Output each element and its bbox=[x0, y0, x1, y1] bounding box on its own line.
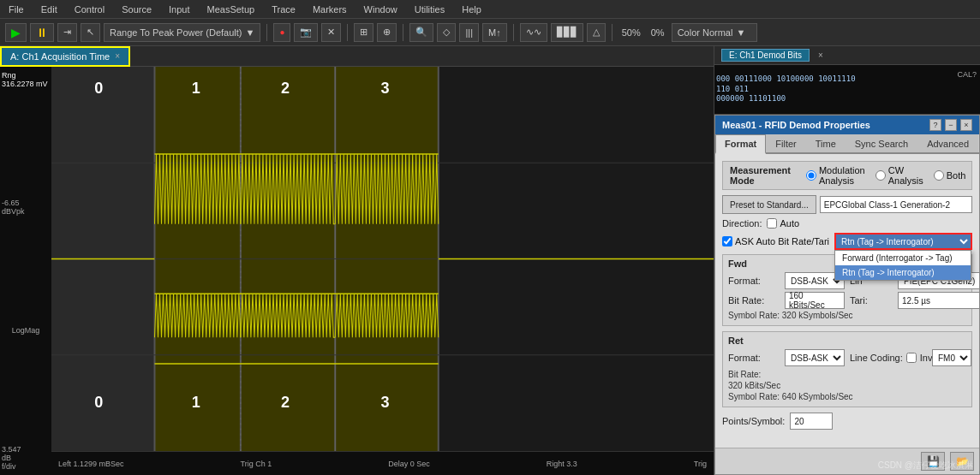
toolbar-separator-4 bbox=[513, 24, 514, 41]
right-tab-label: E: Ch1 Demod Bits bbox=[729, 50, 802, 60]
ask-direction-dropdown[interactable]: Forward (Interrogator -> Tag) Rtn (Tag -… bbox=[834, 233, 972, 250]
dialog-title: Meas01 - RFID Demod Properties bbox=[722, 120, 870, 130]
cw-analysis-option[interactable]: CW Analysis bbox=[875, 165, 923, 186]
tab-filter[interactable]: Filter bbox=[766, 134, 805, 152]
bit-display-area: 000 00111000 10100000 10011110 110 011 0… bbox=[714, 65, 980, 114]
tab-time[interactable]: Time bbox=[806, 134, 846, 152]
bit-display: 000 00111000 10100000 10011110 110 011 0… bbox=[716, 74, 856, 104]
y-axis-top-value: Rng 316.2278 mV bbox=[2, 71, 50, 88]
rtn-list-item[interactable]: Rtn (Tag -> Interrogator) bbox=[835, 265, 971, 280]
menu-item-edit[interactable]: Edit bbox=[38, 4, 61, 15]
points-label: Points/Symbol: bbox=[722, 416, 785, 426]
both-option[interactable]: Both bbox=[934, 170, 966, 181]
pause-icon: ⏸ bbox=[36, 26, 48, 39]
ret-bitrate-value: 320 kBits/Sec bbox=[728, 381, 780, 390]
waveform-panel: A: Ch1 Acquisition Time × Rng 316.2278 m… bbox=[0, 46, 714, 475]
dialog-help-button[interactable]: ? bbox=[929, 119, 941, 131]
menu-item-source[interactable]: Source bbox=[118, 4, 155, 15]
diamond-button[interactable]: ◇ bbox=[437, 23, 456, 42]
forward-list-item[interactable]: Forward (Interrogator -> Tag) bbox=[835, 251, 971, 265]
triangle-button[interactable]: △ bbox=[587, 23, 606, 42]
svg-text:0: 0 bbox=[94, 79, 103, 96]
marker-button[interactable]: M↑ bbox=[482, 23, 507, 42]
grid-button[interactable]: ⊞ bbox=[354, 23, 373, 42]
ask-checkbox-label[interactable]: ASK Auto Bit Rate/Tari bbox=[722, 236, 829, 246]
measurement-mode-label: Measurement Mode bbox=[730, 165, 791, 186]
camera-button[interactable]: 📷 bbox=[294, 23, 318, 42]
menu-item-control[interactable]: Control bbox=[71, 4, 108, 15]
modulation-analysis-radio[interactable] bbox=[806, 170, 816, 181]
right-panel: E: Ch1 Demod Bits × 000 00111000 1010000… bbox=[714, 46, 980, 475]
tab-sync-search[interactable]: Sync Search bbox=[846, 134, 917, 152]
play-button[interactable]: ▶ bbox=[5, 23, 27, 42]
ret-linecoding-select[interactable]: FM0 bbox=[932, 349, 971, 366]
cal-label: CAL? bbox=[957, 70, 977, 79]
dialog-minimize-button[interactable]: − bbox=[945, 119, 957, 131]
bit-line-2: 110 011 bbox=[716, 85, 856, 95]
auto-checkbox-label[interactable]: Auto bbox=[767, 218, 799, 229]
menu-item-markers[interactable]: Markers bbox=[309, 4, 350, 15]
fwd-bitrate-value: 160 kBits/Sec bbox=[785, 292, 845, 309]
ret-format-select[interactable]: DSB-ASK bbox=[785, 349, 845, 366]
points-input[interactable] bbox=[790, 413, 833, 430]
svg-text:3: 3 bbox=[380, 79, 389, 96]
menu-item-window[interactable]: Window bbox=[361, 4, 401, 15]
wave1-icon: ∿∿ bbox=[526, 27, 541, 38]
menu-item-help[interactable]: Help bbox=[458, 4, 485, 15]
x-right-label: Right 3.3 bbox=[547, 460, 577, 468]
toolbar: ▶ ⏸ ⇥ ↖ Range To Peak Power (Default) ▼ … bbox=[0, 19, 980, 46]
tab-advanced[interactable]: Advanced bbox=[917, 134, 978, 152]
step-button[interactable]: ⇥ bbox=[57, 23, 77, 42]
range-dropdown[interactable]: Range To Peak Power (Default) ▼ bbox=[104, 23, 260, 42]
color-dropdown[interactable]: Color Normal ▼ bbox=[672, 23, 757, 42]
ask-checkbox[interactable] bbox=[722, 236, 732, 246]
cursor-button[interactable]: ↖ bbox=[81, 23, 100, 42]
right-tab-close-icon[interactable]: × bbox=[818, 50, 823, 60]
menu-item-input[interactable]: Input bbox=[165, 4, 193, 15]
toolbar-separator-5 bbox=[612, 24, 612, 41]
move-icon: ⊕ bbox=[383, 27, 391, 38]
status-bar: Left 1.1299 mBSec Trig Ch 1 Delay 0 Sec … bbox=[51, 451, 714, 475]
auto-checkbox[interactable] bbox=[767, 218, 777, 229]
y-top-value: -6.65 bbox=[2, 199, 20, 207]
fwd-format-label: Format: bbox=[728, 276, 780, 286]
menu-item-meassetup[interactable]: MeasSetup bbox=[204, 4, 259, 15]
cursor-icon: ↖ bbox=[87, 27, 94, 38]
left-tab-label: A: Ch1 Acquisition Time bbox=[10, 51, 110, 62]
x-trig-label: Trig Ch 1 bbox=[241, 460, 272, 468]
preset-value-input[interactable] bbox=[820, 196, 972, 213]
x-button[interactable]: ✕ bbox=[321, 23, 341, 42]
tab-format[interactable]: Format bbox=[715, 134, 766, 154]
wave1-button[interactable]: ∿∿ bbox=[520, 23, 547, 42]
right-waveform-tab[interactable]: E: Ch1 Demod Bits bbox=[721, 49, 810, 62]
menu-item-trace[interactable]: Trace bbox=[268, 4, 299, 15]
y-bottom-label: 3.547 dB f/div bbox=[2, 445, 50, 471]
left-tab-close-icon[interactable]: × bbox=[115, 51, 120, 61]
preset-button[interactable]: Preset to Standard... bbox=[722, 195, 816, 214]
y-top-unit: dBVpk bbox=[2, 207, 25, 216]
dialog-close-button[interactable]: × bbox=[960, 119, 972, 131]
watermark: CSDN @洁仔爱吃冰淇淋 bbox=[878, 460, 973, 472]
cw-analysis-label: CW Analysis bbox=[888, 165, 923, 186]
measurement-mode-group: Measurement Mode Modulation Analysis CW … bbox=[722, 161, 972, 190]
cw-analysis-radio[interactable] bbox=[875, 170, 886, 181]
record-button[interactable]: ● bbox=[273, 23, 290, 42]
invert-checkbox[interactable] bbox=[906, 353, 917, 363]
move-button[interactable]: ⊕ bbox=[377, 23, 397, 42]
fwd-tari-label: Tari: bbox=[850, 295, 893, 306]
both-radio[interactable] bbox=[934, 170, 944, 181]
percent-0: 0% bbox=[648, 27, 668, 38]
auto-label: Auto bbox=[780, 218, 799, 229]
modulation-analysis-option[interactable]: Modulation Analysis bbox=[806, 165, 865, 186]
wave2-button[interactable]: ▊▊▊ bbox=[551, 23, 583, 42]
vert-lines-button[interactable]: ||| bbox=[459, 23, 479, 42]
zoom-button[interactable]: 🔍 bbox=[409, 23, 433, 42]
percent-50: 50% bbox=[618, 27, 644, 38]
grid-icon: ⊞ bbox=[360, 27, 368, 38]
range-label: Rng 316.2278 mV bbox=[2, 71, 48, 88]
menu-item-file[interactable]: File bbox=[5, 4, 27, 15]
menu-item-utilities[interactable]: Utilities bbox=[411, 4, 448, 15]
toolbar-separator-2 bbox=[347, 24, 348, 41]
left-panel-tab[interactable]: A: Ch1 Acquisition Time × bbox=[0, 46, 130, 67]
pause-button[interactable]: ⏸ bbox=[30, 23, 54, 42]
